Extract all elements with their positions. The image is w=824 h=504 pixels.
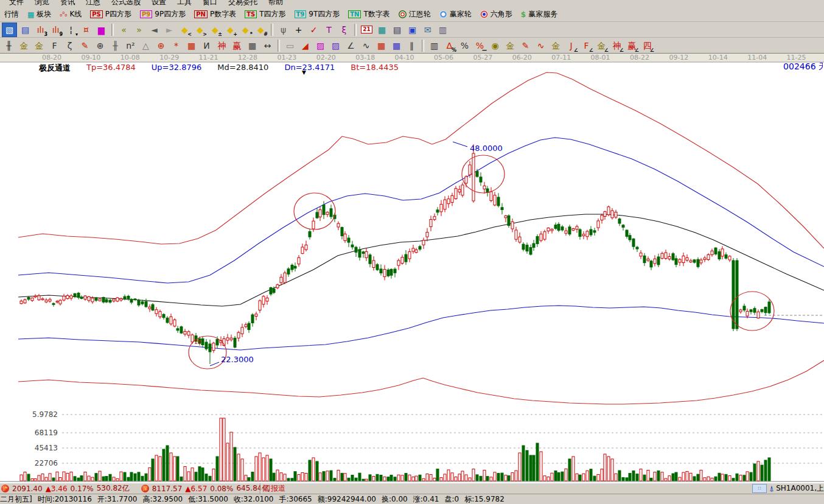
hand-tool-button[interactable]: ψ bbox=[276, 23, 290, 37]
angle-marks-tool[interactable]: И bbox=[200, 39, 214, 52]
last-page-button[interactable]: » bbox=[132, 23, 146, 37]
diamond-grid-button[interactable]: ◆# bbox=[254, 23, 268, 37]
main-chart-button[interactable]: ▧ bbox=[2, 23, 17, 37]
gold-circle-tool[interactable]: ◉ bbox=[488, 39, 502, 52]
first-page-button[interactable]: « bbox=[117, 23, 131, 37]
mode-button-blocks[interactable]: ▦板块 bbox=[23, 9, 55, 20]
news-ticker[interactable]: 司报道 bbox=[260, 483, 750, 494]
arrow-ruler-tool[interactable]: ↔ bbox=[260, 39, 274, 52]
rect-select-tool[interactable]: ▭ bbox=[283, 39, 297, 52]
ruler-123-tool[interactable]: ▦ bbox=[245, 39, 259, 52]
menu-item-3[interactable]: 江恩 bbox=[80, 0, 106, 7]
percent-tool[interactable]: % bbox=[458, 39, 472, 52]
gold-angle-tool[interactable]: 金∠ bbox=[595, 39, 609, 52]
candlestick-chart[interactable]: 08-2009-1010-0810-2911-2112-2801-2302-20… bbox=[0, 54, 824, 483]
shen-angle-tool[interactable]: 神∠ bbox=[610, 39, 624, 52]
mode-button-p-square[interactable]: PSP四方形 bbox=[86, 9, 136, 20]
mode-button-winner-wheel[interactable]: 赢家轮 bbox=[435, 9, 476, 20]
grid-web-tool[interactable]: ▦ bbox=[184, 39, 198, 52]
diamond-left-button[interactable]: ◆< bbox=[178, 23, 192, 37]
mode-button-winner-service[interactable]: $赢家服务 bbox=[517, 9, 562, 20]
pct-lines-tool[interactable]: %— bbox=[473, 39, 487, 52]
mode-button-t-table[interactable]: TNT数字表 bbox=[344, 9, 394, 20]
shen-ruler-tool[interactable]: 神 bbox=[215, 39, 229, 52]
pencil-ruler-tool[interactable]: ✎ bbox=[78, 39, 92, 52]
mode-button-quotes[interactable]: 行情 bbox=[0, 9, 23, 20]
wave-lines-tool[interactable]: ∿ bbox=[534, 39, 548, 52]
save-button[interactable]: ▣ bbox=[405, 23, 419, 37]
field-盘: 盘:0 bbox=[444, 494, 459, 504]
crosshair-tool-button[interactable]: + bbox=[292, 23, 306, 37]
next-page-button[interactable]: ► bbox=[162, 23, 176, 37]
period-9-button[interactable]: ılı9 bbox=[49, 23, 63, 37]
ying-ruler-tool[interactable]: 赢 bbox=[230, 39, 244, 52]
f-angle-tool[interactable]: F∠ bbox=[579, 39, 593, 52]
candle-style-button[interactable]: ¦▾ bbox=[64, 23, 78, 37]
fan-lines-tool[interactable]: ◢ bbox=[298, 39, 312, 52]
diamond-star-button[interactable]: ◆* bbox=[239, 23, 253, 37]
ying-angle-tool[interactable]: 赢∠ bbox=[625, 39, 639, 52]
mail-button[interactable]: ✉ bbox=[421, 23, 435, 37]
stamp-button[interactable]: ¤ bbox=[79, 23, 93, 37]
segment-tool-button[interactable]: ✓ bbox=[307, 23, 321, 37]
notepad-button[interactable]: ▤ bbox=[390, 23, 404, 37]
mode-button-kline[interactable]: ₀⁰₀K线 bbox=[55, 9, 86, 20]
menu-item-9[interactable]: 帮助 bbox=[263, 0, 288, 7]
prev-page-button[interactable]: ◄ bbox=[147, 23, 161, 37]
date-label: 08-22 bbox=[630, 54, 649, 61]
chart-area[interactable]: 08-2009-1010-0810-2911-2112-2801-2302-20… bbox=[0, 54, 824, 483]
angle-lines-tool[interactable]: ∠ bbox=[344, 39, 358, 52]
diamond-right-button[interactable]: ◆> bbox=[193, 23, 207, 37]
indicator-dropdown-icon[interactable]: ▼ bbox=[302, 69, 306, 75]
bar-flag-tool[interactable]: ▥ bbox=[427, 39, 441, 52]
zigzag-tool[interactable]: ∿ bbox=[359, 39, 373, 52]
text-tool-button[interactable]: T bbox=[322, 23, 336, 37]
menu-item-4[interactable]: 公式选股 bbox=[106, 0, 146, 7]
histogram-button[interactable]: ▆ bbox=[94, 23, 108, 37]
circle-cross-tool[interactable]: ⊕ bbox=[154, 39, 168, 52]
mode-button-9t-square[interactable]: T99T四方形 bbox=[290, 9, 344, 20]
si-angle-tool[interactable]: 四∠ bbox=[640, 39, 654, 52]
mode-button-gann-wheel[interactable]: 江恩轮 bbox=[394, 9, 435, 20]
candle-pencil-tool[interactable]: ✎ bbox=[518, 39, 532, 52]
grid-red-tool[interactable]: ▦ bbox=[374, 39, 388, 52]
gold-ruler2-tool[interactable]: 金 bbox=[32, 39, 46, 52]
triangle-tool[interactable]: △ bbox=[139, 39, 153, 52]
info-list-button[interactable]: ▤ bbox=[18, 23, 32, 37]
menu-item-6[interactable]: 工具 bbox=[172, 0, 197, 7]
gold-angle-lines-tool[interactable]: 金 bbox=[549, 39, 563, 52]
angle-pct-tool[interactable]: ∆% bbox=[442, 39, 456, 52]
fan-box-tool[interactable]: ▨ bbox=[313, 39, 327, 52]
menu-item-8[interactable]: 交易委托 bbox=[223, 0, 263, 7]
s-ruler-tool[interactable]: ζ bbox=[63, 39, 77, 52]
menu-item-7[interactable]: 窗口 bbox=[197, 0, 223, 7]
mode-button-hexagon[interactable]: 六角形 bbox=[476, 9, 517, 20]
print-button[interactable]: ▥ bbox=[436, 23, 450, 37]
menu-item-1[interactable]: 浏览 bbox=[29, 0, 55, 7]
pattern-tool-button[interactable]: ξ bbox=[337, 23, 351, 37]
status-dots-button[interactable]: ∷ bbox=[752, 484, 767, 493]
calendar-button[interactable]: 21 bbox=[360, 23, 374, 37]
menu-item-0[interactable]: 文件 bbox=[4, 0, 29, 7]
menu-item-2[interactable]: 资讯 bbox=[55, 0, 80, 7]
f-ruler-tool[interactable]: F bbox=[47, 39, 61, 52]
diamond-compress-button[interactable]: ◆+ bbox=[223, 23, 237, 37]
mode-button-p-table[interactable]: PNP数字表 bbox=[190, 9, 240, 20]
gold-lines-tool[interactable]: 金 bbox=[503, 39, 517, 52]
fan-box2-tool[interactable]: ▨ bbox=[329, 39, 343, 52]
mode-button-t-square[interactable]: TST四方形 bbox=[240, 9, 290, 20]
tick-ruler-tool[interactable]: ╫ bbox=[108, 39, 122, 52]
star-web-tool[interactable]: * bbox=[169, 39, 183, 52]
menu-item-5[interactable]: 设置 bbox=[146, 0, 172, 7]
period-3-button[interactable]: ılı3 bbox=[33, 23, 47, 37]
parallel-lines-tool[interactable]: ∥ bbox=[405, 39, 419, 52]
diamond-expand-button[interactable]: ◆± bbox=[208, 23, 222, 37]
mode-button-9p-square[interactable]: P99P四方形 bbox=[136, 9, 190, 20]
ruler-tool[interactable]: ╫ bbox=[2, 39, 16, 52]
grid-blue-tool[interactable]: ▦ bbox=[389, 39, 403, 52]
j-angle-tool[interactable]: J∠ bbox=[564, 39, 578, 52]
gold-ruler-tool[interactable]: 金 bbox=[17, 39, 31, 52]
calculator-button[interactable]: ▦ bbox=[375, 23, 389, 37]
n2-ruler-tool[interactable]: n² bbox=[124, 39, 138, 52]
circle-ruler-tool[interactable]: ⊕ bbox=[93, 39, 107, 52]
